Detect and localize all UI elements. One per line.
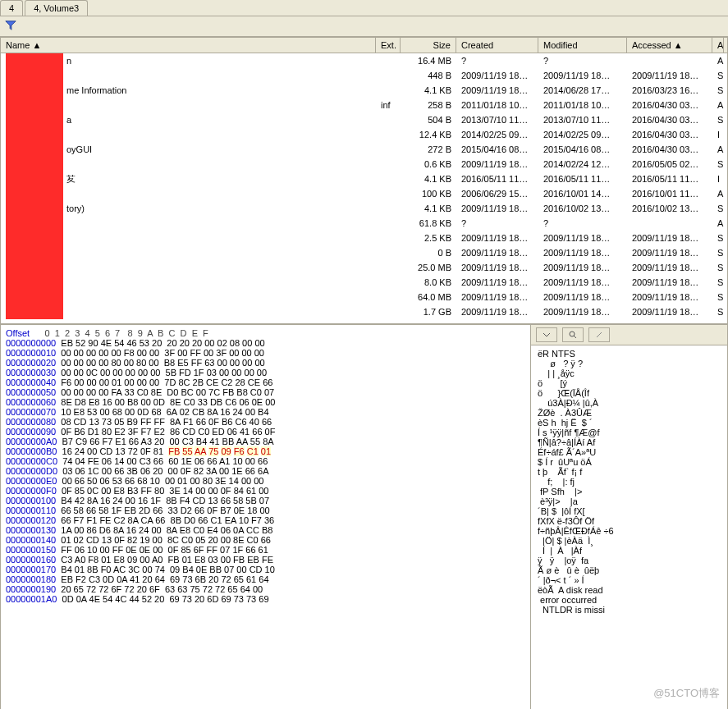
hex-left[interactable]: Offset 0 1 2 3 4 5 6 7 8 9 A B C D E F 0… <box>1 325 530 709</box>
hex-toolbar <box>531 325 727 345</box>
file-modified: 2016/05/11 11… <box>538 173 627 185</box>
file-modified: 2013/07/10 11… <box>538 114 627 126</box>
file-size: 16.4 MB <box>401 55 456 66</box>
funnel-icon[interactable] <box>5 23 16 33</box>
col-accessed[interactable]: Accessed ▲ <box>627 38 712 53</box>
redacted-block <box>6 53 63 68</box>
table-row[interactable]: 0.6 KB2009/11/19 18…2014/02/24 12…2016/0… <box>1 157 727 172</box>
file-accessed: 2009/11/19 18… <box>627 70 712 81</box>
ascii-row: ø ? ÿ ? <box>538 359 721 368</box>
file-ext <box>376 163 401 165</box>
file-modified: 2011/01/18 10… <box>538 99 627 111</box>
go-down-icon[interactable] <box>536 327 557 342</box>
file-accessed: 2009/11/19 18… <box>627 262 712 273</box>
redacted-block <box>6 216 63 231</box>
table-row[interactable]: oyGUI272 B2015/04/16 08…2015/04/16 08…20… <box>1 142 727 157</box>
redacted-block <box>6 260 63 275</box>
file-accessed: 2009/11/19 18… <box>627 306 712 318</box>
table-row[interactable]: 2.5 KB2009/11/19 18…2009/11/19 18…2009/1… <box>1 231 727 245</box>
table-row[interactable]: me Information4.1 KB2009/11/19 18…2014/0… <box>1 83 727 98</box>
col-name[interactable]: Name ▲ <box>1 38 376 53</box>
file-created: 2014/02/25 09… <box>456 129 538 140</box>
file-ext <box>376 267 401 268</box>
file-accessed: 2016/05/05 02… <box>627 158 712 170</box>
ascii-row: |Ö| $ |èÀä Ì¸ <box>538 536 721 546</box>
hex-cols: 0 1 2 3 4 5 6 7 8 9 A B C D E F <box>45 328 208 338</box>
ascii-row: error occurred <box>538 595 721 605</box>
file-created: 2009/11/19 18… <box>456 85 538 96</box>
file-attr: S <box>712 232 724 244</box>
file-attr: I <box>712 173 724 185</box>
watermark: @51CTO博客 <box>653 686 720 701</box>
file-name: 䒘 <box>66 173 76 185</box>
file-attr: S <box>712 291 724 303</box>
ascii-view[interactable]: ëR NTFS ø ? ÿ ? | | ¸åÿcö [ýö }Œ(ÏÅ(Îf ú… <box>531 345 727 618</box>
file-accessed: 2016/04/30 03… <box>627 99 712 111</box>
file-size: 12.4 KB <box>401 129 456 140</box>
file-size: 1.7 GB <box>401 306 456 318</box>
table-row[interactable]: n16.4 MB??A <box>1 53 727 68</box>
file-ext <box>376 252 401 254</box>
hex-right: ëR NTFS ø ? ÿ ? | | ¸åÿcö [ýö }Œ(ÏÅ(Îf ú… <box>530 325 727 709</box>
file-created: ? <box>456 217 538 229</box>
table-row[interactable]: 64.0 MB2009/11/19 18…2009/11/19 18…2009/… <box>1 290 727 304</box>
hex-row: 00000000E0 00 66 50 06 53 66 68 10 00 01… <box>6 476 525 486</box>
ascii-row: NTLDR is missi <box>538 605 721 615</box>
table-row[interactable]: 100 KB2006/06/29 15…2016/10/01 14…2016/1… <box>1 186 727 201</box>
table-row[interactable]: 1.7 GB2009/11/19 18…2009/11/19 18…2009/1… <box>1 304 727 319</box>
file-modified: 2009/11/19 18… <box>538 262 627 273</box>
table-row[interactable]: 25.0 MB2009/11/19 18…2009/11/19 18…2009/… <box>1 260 727 275</box>
ascii-row: Í | À |Àf <box>538 546 721 556</box>
ascii-row: Ã ø è û è ûëþ <box>538 565 721 575</box>
file-accessed: 2016/04/30 03… <box>627 129 712 140</box>
file-accessed: 2016/05/11 11… <box>627 173 712 185</box>
file-ext <box>376 222 401 224</box>
file-created: 2011/01/18 10… <box>456 99 538 111</box>
file-created: 2009/11/19 18… <box>456 277 538 288</box>
table-row[interactable]: inf258 B2011/01/18 10…2011/01/18 10…2016… <box>1 98 727 112</box>
hex-row: 0000000050 00 00 00 00 FA 33 C0 8E D0 BC… <box>6 387 525 397</box>
table-row[interactable]: a504 B2013/07/10 11…2013/07/10 11…2016/0… <box>1 112 727 127</box>
table-row[interactable]: 61.8 KB??A <box>1 216 727 231</box>
table-row[interactable]: 0 B2009/11/19 18…2009/11/19 18…2009/11/1… <box>1 245 727 260</box>
file-accessed: 2016/03/23 16… <box>627 85 712 96</box>
redacted-block <box>6 290 63 304</box>
file-ext: inf <box>376 99 401 111</box>
file-attr: S <box>712 306 724 318</box>
hex-row: 0000000000 EB 52 90 4E 54 46 53 20 20 20… <box>6 338 525 348</box>
file-created: 2009/11/19 18… <box>456 158 538 170</box>
toolbar <box>0 16 728 37</box>
col-ext[interactable]: Ext. <box>376 38 401 53</box>
tab-1[interactable]: 4 <box>0 0 23 16</box>
col-created[interactable]: Created <box>456 38 538 53</box>
col-modified[interactable]: Modified <box>538 38 627 53</box>
table-row[interactable]: 䒘4.1 KB2016/05/11 11…2016/05/11 11…2016/… <box>1 172 727 186</box>
table-row[interactable]: 448 B2009/11/19 18…2009/11/19 18…2009/11… <box>1 68 727 83</box>
file-ext <box>376 178 401 180</box>
tool-icon[interactable] <box>588 327 610 342</box>
col-attr[interactable]: A <box>712 38 724 53</box>
file-attr: A <box>712 99 724 111</box>
file-ext <box>376 119 401 121</box>
file-name: me Information <box>66 85 126 95</box>
search-icon[interactable] <box>562 327 584 342</box>
hex-row: 0000000140 01 02 CD 13 0F 82 19 00 8C C0… <box>6 535 525 545</box>
ascii-row: ëòÃ A disk read <box>538 585 721 595</box>
col-size[interactable]: Size <box>401 38 456 53</box>
ascii-row: ö [ý <box>538 378 721 388</box>
redacted-block <box>6 186 63 201</box>
tab-2[interactable]: 4, Volume3 <box>25 0 88 16</box>
ascii-row: è³ÿ|> |a <box>538 496 721 506</box>
file-created: 2009/11/19 18… <box>456 247 538 258</box>
ascii-row: f; |: fj <box>538 477 721 487</box>
file-attr: S <box>712 277 724 288</box>
table-row[interactable]: 12.4 KB2014/02/25 09…2014/02/25 09…2016/… <box>1 127 727 142</box>
hex-row: 0000000190 20 65 72 72 6F 72 20 6F 63 63… <box>6 584 525 594</box>
ascii-row: ëR NTFS <box>538 349 721 359</box>
file-size: 64.0 MB <box>401 291 456 303</box>
table-row[interactable]: tory)4.1 KB2009/11/19 18…2016/10/02 13…2… <box>1 201 727 216</box>
table-row[interactable]: 8.0 KB2009/11/19 18…2009/11/19 18…2009/1… <box>1 275 727 290</box>
file-size: 8.0 KB <box>401 277 456 288</box>
file-size: 0.6 KB <box>401 158 456 170</box>
file-ext <box>376 89 401 91</box>
